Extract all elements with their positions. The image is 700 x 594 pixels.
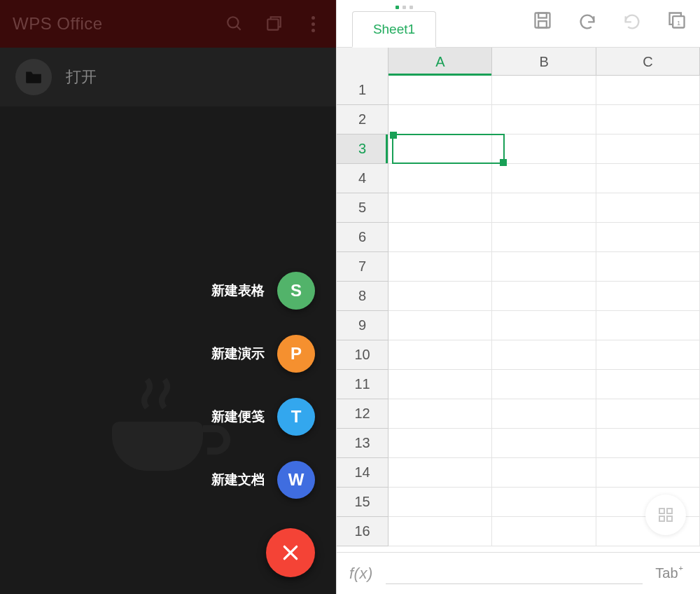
row-header[interactable]: 8 (337, 282, 388, 311)
sheet-tab[interactable]: Sheet1 (352, 11, 436, 48)
row-header[interactable]: 15 (337, 488, 388, 517)
cell[interactable] (388, 311, 492, 340)
cell[interactable] (388, 252, 492, 282)
cell[interactable] (388, 223, 492, 252)
fab-item-spreadsheet[interactable]: 新建表格 S (211, 272, 315, 310)
select-all-corner[interactable] (337, 48, 388, 76)
row-header[interactable]: 14 (337, 458, 388, 488)
row-header[interactable]: 12 (337, 399, 388, 429)
row-header[interactable]: 11 (337, 370, 388, 399)
undo-icon[interactable] (577, 10, 598, 31)
row-header[interactable]: 10 (337, 340, 388, 370)
cell[interactable] (596, 164, 700, 193)
cell[interactable] (388, 164, 492, 193)
row-header[interactable]: 4 (337, 164, 388, 193)
row-header[interactable]: 1 (337, 76, 388, 105)
cell[interactable] (596, 399, 700, 429)
cell[interactable] (492, 311, 596, 340)
cell[interactable] (492, 76, 596, 105)
cell[interactable] (596, 193, 700, 223)
cell[interactable] (388, 429, 492, 458)
cell[interactable] (596, 429, 700, 458)
cell[interactable] (492, 517, 596, 546)
cell[interactable] (388, 193, 492, 223)
open-file-row[interactable]: 打开 (0, 48, 336, 106)
copy-sheet-icon[interactable]: 1 (666, 10, 687, 31)
windows-icon[interactable] (265, 15, 283, 33)
cell[interactable] (492, 429, 596, 458)
save-icon[interactable] (532, 10, 553, 31)
row-header[interactable]: 5 (337, 193, 388, 223)
cell[interactable] (596, 282, 700, 311)
fab-item-document[interactable]: 新建文档 W (211, 461, 315, 499)
cell[interactable] (596, 458, 700, 488)
cell[interactable] (596, 340, 700, 370)
cell[interactable] (388, 458, 492, 488)
cell[interactable] (388, 370, 492, 399)
cell[interactable] (596, 252, 700, 282)
cell[interactable] (388, 399, 492, 429)
overflow-menu-icon[interactable] (304, 15, 322, 33)
cell[interactable] (492, 134, 596, 164)
cell[interactable] (492, 223, 596, 252)
cell[interactable] (492, 105, 596, 134)
cell[interactable] (492, 164, 596, 193)
cell[interactable] (596, 105, 700, 134)
fab-menu: 新建表格 S 新建演示 P 新建便笺 T 新建文档 W (211, 272, 315, 577)
formula-input[interactable] (386, 583, 643, 584)
cell[interactable] (596, 223, 700, 252)
close-fab-button[interactable] (266, 528, 315, 577)
app-title: WPS Office (13, 14, 103, 34)
table-row: 7 (337, 252, 700, 282)
column-header-B[interactable]: B (492, 48, 596, 76)
svg-line-1 (237, 26, 240, 29)
row-header[interactable]: 9 (337, 311, 388, 340)
toolbox-button[interactable] (645, 495, 686, 535)
tab-key-button[interactable]: Tab+ (655, 565, 683, 581)
cell[interactable] (492, 340, 596, 370)
cell[interactable] (388, 134, 492, 164)
fab-item-presentation[interactable]: 新建演示 P (211, 335, 315, 373)
cell[interactable] (596, 76, 700, 105)
cell[interactable] (596, 311, 700, 340)
app-header: WPS Office (0, 0, 336, 48)
formula-bar: f(x) Tab+ (337, 552, 700, 594)
row-header[interactable]: 2 (337, 105, 388, 134)
rows-container: 12345678910111213141516 (337, 76, 700, 552)
cell[interactable] (492, 193, 596, 223)
column-header-C[interactable]: C (596, 48, 700, 76)
cell[interactable] (388, 488, 492, 517)
row-header[interactable]: 6 (337, 223, 388, 252)
grid-icon (657, 506, 674, 523)
fab-item-note[interactable]: 新建便笺 T (211, 398, 315, 436)
cell[interactable] (492, 458, 596, 488)
cell[interactable] (492, 488, 596, 517)
cell[interactable] (388, 282, 492, 311)
row-header[interactable]: 16 (337, 517, 388, 546)
cell[interactable] (492, 370, 596, 399)
table-row: 5 (337, 193, 700, 223)
column-header-A[interactable]: A (388, 48, 492, 76)
spreadsheet-panel: Sheet1 1 A B C (336, 0, 700, 594)
search-icon[interactable] (225, 15, 244, 33)
row-header[interactable]: 7 (337, 252, 388, 282)
cell[interactable] (492, 399, 596, 429)
cell[interactable] (388, 517, 492, 546)
row-header[interactable]: 3 (337, 134, 388, 164)
cell[interactable] (388, 105, 492, 134)
table-row: 3 (337, 134, 700, 164)
cell[interactable] (596, 370, 700, 399)
cell[interactable] (492, 252, 596, 282)
cell[interactable] (388, 340, 492, 370)
cell[interactable] (492, 282, 596, 311)
note-icon: T (277, 398, 315, 436)
presentation-icon: P (277, 335, 315, 373)
spreadsheet-icon: S (277, 272, 315, 310)
cell[interactable] (596, 134, 700, 164)
redo-icon[interactable] (622, 10, 643, 31)
spreadsheet-grid[interactable]: A B C 12345678910111213141516 (337, 48, 700, 552)
fab-label: 新建表格 (211, 282, 265, 300)
row-header[interactable]: 13 (337, 429, 388, 458)
svg-rect-12 (659, 516, 664, 521)
cell[interactable] (388, 76, 492, 105)
